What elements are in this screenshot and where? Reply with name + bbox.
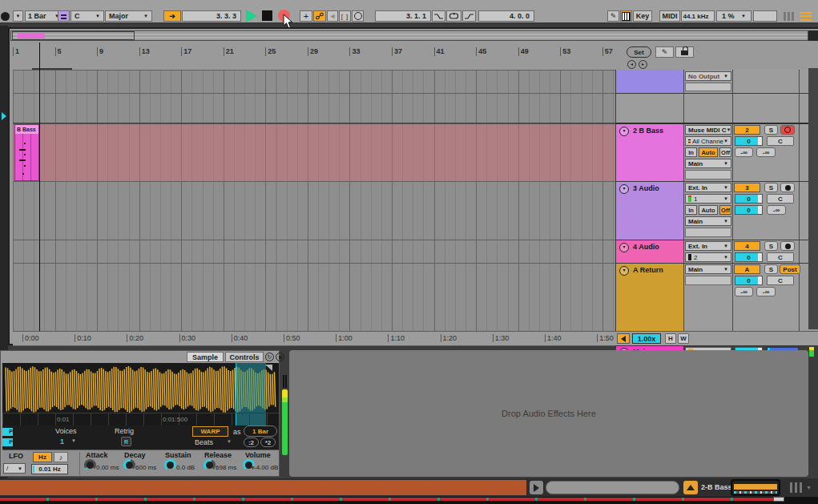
track4-pan-knob[interactable]: 0: [735, 252, 763, 262]
track2-monitor-auto[interactable]: Auto: [699, 147, 718, 157]
track3-name-block[interactable]: ▾ 3 Audio: [616, 182, 683, 240]
capture-midi-button[interactable]: [352, 10, 364, 22]
track2-pan-center[interactable]: C: [767, 136, 794, 146]
lfo-hz-button[interactable]: Hz: [33, 452, 52, 462]
track3-pan-knob[interactable]: 0: [735, 194, 763, 204]
midi-arrangement-overdub-button[interactable]: [313, 10, 326, 22]
track4-channel-menu[interactable]: 2▼: [685, 252, 731, 262]
track3-pan-center[interactable]: C: [767, 194, 794, 204]
retrig-toggle[interactable]: R: [121, 437, 131, 446]
root-note-menu[interactable]: C▼: [71, 10, 104, 22]
warp-double-button[interactable]: *2: [260, 437, 276, 447]
bar-ruler[interactable]: 159131721252933374145495357: [13, 46, 614, 58]
return-a-send-b[interactable]: -∞: [756, 287, 776, 296]
sustain-knob[interactable]: [164, 459, 176, 471]
attack-value[interactable]: 0.00 ms: [96, 464, 119, 471]
zoom-height-button[interactable]: H: [665, 333, 676, 344]
draw-mode-button[interactable]: ✎: [607, 10, 619, 22]
save-preset-icon[interactable]: [276, 353, 284, 361]
follow-button[interactable]: ➔: [163, 10, 181, 22]
return-a-activator[interactable]: A: [734, 264, 760, 274]
hot-swap-icon[interactable]: ↻: [265, 353, 274, 361]
warp-mode-menu[interactable]: Beats: [195, 438, 213, 446]
lfo-sync-button[interactable]: ♪: [54, 452, 68, 462]
arrangement-grid[interactable]: B Bass 1/1: [13, 70, 615, 331]
loop-switch-button[interactable]: [446, 10, 461, 22]
return-a-name-block[interactable]: ▾ A Return: [616, 264, 683, 333]
track2-armed-row-tint[interactable]: [13, 124, 615, 181]
prev-locator-button[interactable]: ◂: [627, 60, 636, 69]
track3-channel-menu[interactable]: 1▼: [685, 194, 731, 204]
track3-output-menu[interactable]: Main▼: [685, 216, 731, 226]
track2-channel-menu[interactable]: All Channe▼: [685, 136, 731, 146]
track4-arm-button[interactable]: [780, 241, 795, 251]
arrangement-position-display[interactable]: 3. 3. 3: [182, 10, 241, 22]
arrangement-overview[interactable]: [10, 30, 808, 41]
return-a-solo-button[interactable]: S: [764, 264, 778, 274]
return-a-pan-center[interactable]: C: [767, 276, 794, 285]
track2-send-b[interactable]: -∞: [756, 147, 776, 157]
attack-knob[interactable]: [84, 459, 96, 471]
voices-caret-icon[interactable]: ▼: [71, 438, 76, 443]
fade-handle-icon[interactable]: [265, 365, 272, 371]
session-record-button[interactable]: [ ]: [339, 10, 351, 22]
release-knob[interactable]: [203, 459, 216, 471]
track3-monitor-in[interactable]: In: [685, 205, 697, 215]
metronome-menu-button[interactable]: ▼: [13, 10, 23, 22]
status-up-button[interactable]: [683, 481, 698, 494]
track1-name-block[interactable]: [616, 70, 683, 93]
track3-monitor-auto[interactable]: Auto: [699, 205, 718, 215]
computer-midi-keyboard-button[interactable]: [620, 10, 632, 22]
track3-solo-button[interactable]: S: [764, 183, 778, 192]
sustain-value[interactable]: 0.0 dB: [176, 464, 195, 471]
overview-corner-box[interactable]: [808, 30, 818, 41]
track2-output-menu[interactable]: Main▼: [685, 159, 731, 168]
meter-caret-icon[interactable]: ▼: [806, 485, 812, 490]
filter-tab-2[interactable]: P: [2, 438, 13, 446]
set-locator-button[interactable]: Set: [627, 46, 651, 58]
cpu-load-menu[interactable]: 1 %▼: [716, 10, 752, 22]
zoom-amount-box[interactable]: 1.00x: [632, 333, 661, 344]
lfo-shape-menu[interactable]: /▼: [3, 463, 26, 474]
decay-knob[interactable]: [123, 459, 135, 471]
output-meter-icon[interactable]: [790, 482, 803, 493]
reenable-automation-button[interactable]: ◄: [327, 10, 338, 22]
warp-length-button[interactable]: 1 Bar: [244, 425, 277, 437]
sample-waveform-display[interactable]: 0:01 0:01:500: [2, 363, 279, 425]
status-play-button[interactable]: [530, 481, 543, 494]
volume-value[interactable]: -4.00 dB: [254, 464, 278, 471]
lfo-rate-box[interactable]: 0.01 Hz: [31, 464, 68, 474]
track2-monitor-off[interactable]: Off: [719, 147, 731, 157]
return-a-post-button[interactable]: Post: [780, 264, 800, 274]
track3-send-a[interactable]: -∞: [767, 205, 786, 215]
warp-half-button[interactable]: :2: [244, 437, 259, 447]
time-ruler[interactable]: 0:000:100:200:300:400:501:001:101:201:30…: [13, 331, 615, 345]
track2-name-block[interactable]: ▾ 2 B Bass: [616, 124, 683, 181]
return-a-pan-knob[interactable]: 0: [735, 276, 763, 285]
tab-sample[interactable]: Sample: [187, 352, 224, 362]
bottom-strip-handle[interactable]: [773, 497, 784, 502]
next-locator-button[interactable]: ▸: [639, 60, 647, 69]
tab-controls[interactable]: Controls: [225, 352, 264, 362]
return-a-send-a[interactable]: -∞: [735, 287, 753, 296]
warp-button[interactable]: WARP: [192, 426, 228, 437]
follow-speaker-button[interactable]: [617, 333, 630, 344]
track1-output-menu[interactable]: No Output▼: [685, 71, 731, 81]
midi-clip-b-bass[interactable]: B Bass: [14, 124, 39, 181]
track2-activator[interactable]: 2: [734, 125, 760, 135]
warp-mode-caret-icon[interactable]: ▼: [227, 439, 232, 444]
track3-monitor-off[interactable]: Off: [719, 205, 731, 215]
lock-envelopes-button[interactable]: [675, 46, 694, 58]
key-map-button[interactable]: Key: [633, 10, 652, 22]
track4-activator[interactable]: 4: [734, 241, 760, 251]
voices-value[interactable]: 1: [60, 437, 64, 446]
vertical-scrollbar[interactable]: [808, 68, 818, 329]
track2-arm-button[interactable]: [780, 125, 795, 135]
new-midi-track-button[interactable]: +: [300, 10, 312, 22]
track4-name-block[interactable]: ▾ 4 Audio: [616, 240, 683, 263]
track2-monitor-in[interactable]: In: [685, 147, 697, 157]
midi-map-button[interactable]: MIDI: [659, 10, 680, 22]
decay-value[interactable]: 600 ms: [135, 464, 156, 471]
return-a-fold-icon[interactable]: ▾: [619, 266, 629, 276]
track3-input-menu[interactable]: Ext. In▼: [685, 183, 731, 192]
